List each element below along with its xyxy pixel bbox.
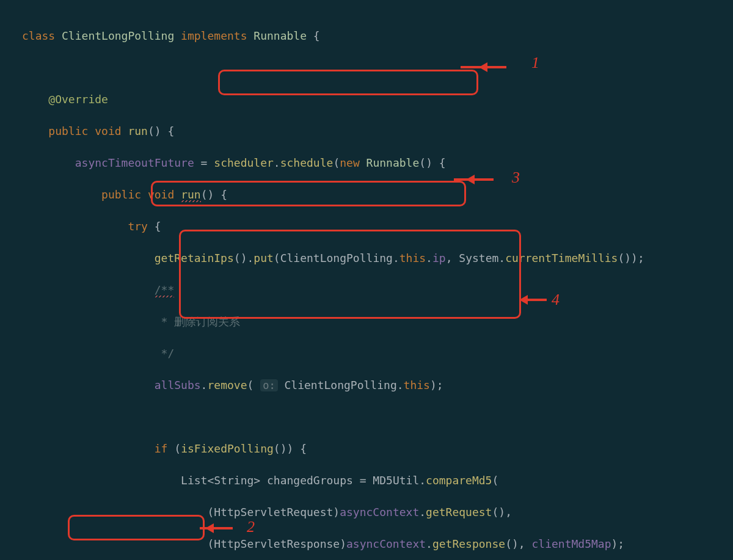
code-line: asyncTimeoutFuture = scheduler.schedule(… [22,155,733,171]
code-line: public void run() { [22,123,733,139]
code-line: @Override [22,92,733,107]
code-line: class ClientLongPolling implements Runna… [22,28,733,44]
code-line: (HttpServletRequest)asyncContext.getRequ… [22,504,733,520]
code-line: */ [22,346,733,362]
code-line: public void run() { [22,187,733,203]
annotation-label-3: 3 [512,170,520,186]
code-line: * 删除订阅关系 [22,314,733,330]
code-line: if (isFixedPolling()) { [22,441,733,457]
code-line [22,409,733,425]
code-line [22,60,733,76]
code-line: /** [22,282,733,298]
code-line: List<String> changedGroups = MD5Util.com… [22,473,733,489]
annotation-label-2: 2 [247,519,255,535]
code-viewer: class ClientLongPolling implements Runna… [0,0,733,560]
code-line: (HttpServletResponse)asyncContext.getRes… [22,536,733,552]
code-line: try { [22,219,733,235]
code-line: getRetainIps().put(ClientLongPolling.thi… [22,250,733,266]
code-line: allSubs.remove( o: ClientLongPolling.thi… [22,377,733,393]
highlight-box-4 [179,230,521,319]
